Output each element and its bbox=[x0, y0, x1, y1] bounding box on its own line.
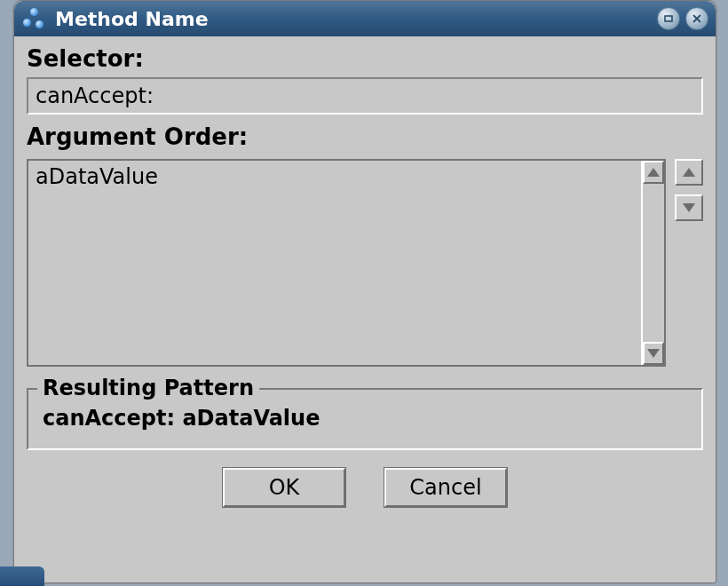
cancel-button[interactable]: Cancel bbox=[384, 468, 507, 507]
triangle-up-icon bbox=[683, 168, 695, 177]
window-title: Method Name bbox=[55, 8, 209, 30]
scrollbar[interactable] bbox=[641, 161, 664, 365]
client-area: Selector: Argument Order: aDataValue bbox=[14, 36, 716, 582]
ok-button[interactable]: OK bbox=[223, 468, 345, 507]
close-icon bbox=[691, 12, 703, 25]
minimize-icon bbox=[662, 12, 675, 25]
taskbar-fragment bbox=[0, 566, 44, 586]
resulting-pattern-value: canAccept: aDataValue bbox=[43, 406, 687, 431]
scroll-up-button[interactable] bbox=[643, 161, 664, 184]
list-item[interactable]: aDataValue bbox=[36, 164, 634, 189]
selector-label: Selector: bbox=[27, 45, 703, 72]
method-name-dialog: Method Name Selector: Argument Order: aD… bbox=[13, 0, 716, 583]
svg-rect-0 bbox=[665, 16, 672, 21]
triangle-up-icon bbox=[647, 168, 660, 177]
close-button[interactable] bbox=[685, 7, 708, 30]
triangle-down-icon bbox=[683, 203, 695, 212]
move-up-button[interactable] bbox=[675, 159, 703, 186]
move-down-button[interactable] bbox=[675, 194, 703, 221]
selector-input-wrap bbox=[27, 77, 703, 115]
resulting-pattern-group: Resulting Pattern canAccept: aDataValue bbox=[27, 388, 703, 450]
argument-list[interactable]: aDataValue bbox=[27, 159, 666, 367]
titlebar[interactable]: Method Name bbox=[14, 1, 716, 36]
argument-order-label: Argument Order: bbox=[27, 123, 703, 150]
minimize-button[interactable] bbox=[657, 7, 680, 30]
scroll-track[interactable] bbox=[643, 184, 664, 342]
app-icon bbox=[23, 8, 44, 29]
triangle-down-icon bbox=[647, 349, 660, 358]
selector-input[interactable] bbox=[34, 83, 700, 109]
scroll-down-button[interactable] bbox=[643, 342, 664, 365]
resulting-pattern-legend: Resulting Pattern bbox=[37, 376, 259, 400]
